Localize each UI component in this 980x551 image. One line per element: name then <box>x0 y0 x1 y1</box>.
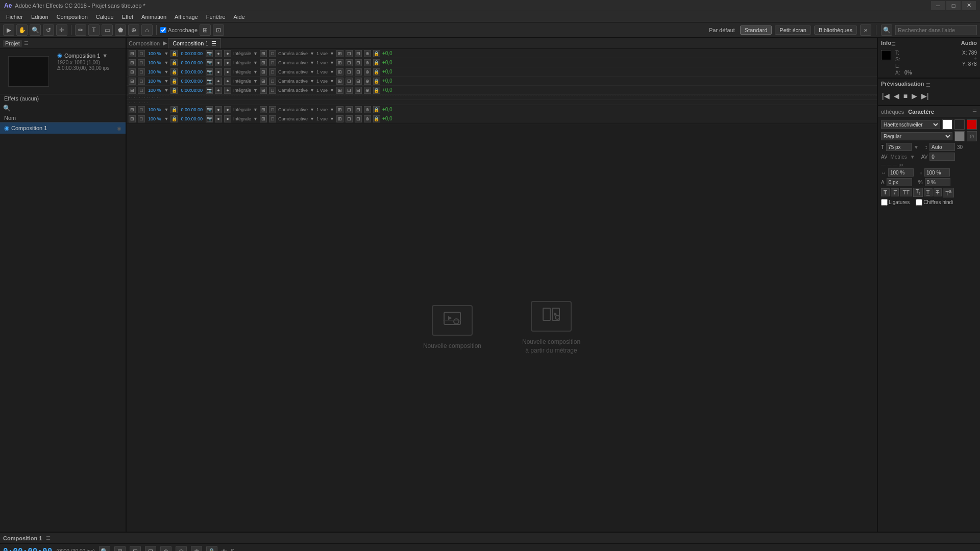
bold-btn[interactable]: T <box>881 188 890 196</box>
vr5-t5[interactable]: 🔒 <box>373 87 380 94</box>
project-item-comp1[interactable]: ◉ Composition 1 ◉ <box>0 122 126 134</box>
shape-tool[interactable]: ▭ <box>102 24 113 36</box>
kern-dropdown[interactable]: ▼ <box>910 154 915 160</box>
tl-ctrl-1[interactable]: ⊞ <box>114 546 126 552</box>
vr6-lock[interactable]: 🔒 <box>170 106 178 113</box>
tracking-input[interactable] <box>929 153 955 161</box>
vr3-t5[interactable]: 🔒 <box>373 68 380 76</box>
tl-ctrl-7[interactable]: 🔒 <box>206 546 217 552</box>
vr7-i1[interactable]: ⊞ <box>129 115 136 122</box>
workspace-more-btn[interactable]: » <box>860 24 871 36</box>
maximize-button[interactable]: □ <box>946 1 961 10</box>
preview-stop-btn[interactable]: ■ <box>902 91 909 101</box>
tl-ctrl-2[interactable]: ⊡ <box>130 546 141 552</box>
vr3-i2[interactable]: □ <box>138 68 145 76</box>
vr3-i1[interactable]: ⊞ <box>129 68 136 76</box>
vr5-lock[interactable]: 🔒 <box>170 87 178 94</box>
snap-icon-1[interactable]: ⊞ <box>200 24 211 36</box>
font-color-swatch-red[interactable] <box>967 119 977 130</box>
vr1-icon3[interactable]: ⊞ <box>260 50 267 57</box>
tl-ctrl-4[interactable]: ⊕ <box>160 546 172 552</box>
menu-fenetre[interactable]: Fenêtre <box>202 13 230 21</box>
vr4-t3[interactable]: ⊟ <box>355 78 362 85</box>
char-tab[interactable]: Caractère <box>908 109 934 115</box>
vr1-cam-icon[interactable]: 📷 <box>206 50 213 57</box>
vr4-t4[interactable]: ⊕ <box>364 78 371 85</box>
vr2-t3[interactable]: ⊟ <box>355 59 362 66</box>
vr1-t2[interactable]: ⊡ <box>346 50 353 57</box>
vr2-t5[interactable]: 🔒 <box>373 59 380 66</box>
vr5-t2[interactable]: ⊡ <box>346 87 353 94</box>
close-button[interactable]: ✕ <box>962 1 976 10</box>
comp-tab-1[interactable]: Composition 1 ☰ <box>168 38 221 48</box>
info-menu-icon[interactable]: ☰ <box>891 41 896 47</box>
brush-tool[interactable]: ⬟ <box>115 24 126 36</box>
comp-dropdown-icon[interactable]: ▼ <box>102 53 108 59</box>
vr6-r1[interactable]: ● <box>215 106 222 113</box>
indent-input[interactable] <box>925 178 950 186</box>
preview-play-btn[interactable]: ▶ <box>911 91 918 101</box>
vr3-i3[interactable]: ⊞ <box>260 68 267 76</box>
vr2-r1[interactable]: ● <box>215 59 222 66</box>
vr6-t1[interactable]: ⊞ <box>336 106 344 113</box>
vr2-cam[interactable]: 📷 <box>206 59 213 66</box>
snap-icon-2[interactable]: ⊡ <box>213 24 224 36</box>
vr7-t2[interactable]: ⊡ <box>346 115 353 122</box>
vr6-i2[interactable]: □ <box>138 106 145 113</box>
vr1-icon4[interactable]: □ <box>269 50 276 57</box>
vr2-lock[interactable]: 🔒 <box>170 59 178 66</box>
vr2-i2[interactable]: □ <box>138 59 145 66</box>
vr5-i1[interactable]: ⊞ <box>129 87 136 94</box>
vr1-t5[interactable]: 🔒 <box>373 50 380 57</box>
vr6-i1[interactable]: ⊞ <box>129 106 136 113</box>
vr5-i2[interactable]: □ <box>138 87 145 94</box>
vr4-r1[interactable]: ● <box>215 78 222 85</box>
vr2-t4[interactable]: ⊕ <box>364 59 371 66</box>
vr7-r2[interactable]: ● <box>224 115 231 122</box>
vr7-t1[interactable]: ⊞ <box>336 115 344 122</box>
char-stroke-none[interactable]: ∅ <box>967 131 977 141</box>
italic-btn[interactable]: T <box>891 188 899 196</box>
vr1-lock[interactable]: 🔒 <box>170 50 178 57</box>
vr7-i3[interactable]: ⊞ <box>260 115 267 122</box>
chiffres-checkbox[interactable] <box>916 199 922 206</box>
vr4-i3[interactable]: ⊞ <box>260 78 267 85</box>
search-help-icon[interactable]: 🔍 <box>881 24 892 36</box>
hscale-input[interactable] <box>888 168 914 177</box>
vr5-r1[interactable]: ● <box>215 87 222 94</box>
vr6-t3[interactable]: ⊟ <box>355 106 362 113</box>
vr6-t2[interactable]: ⊡ <box>346 106 353 113</box>
vr3-t2[interactable]: ⊡ <box>346 68 353 76</box>
vr4-t5[interactable]: 🔒 <box>373 78 380 85</box>
move-tool[interactable]: ✛ <box>56 24 67 36</box>
vr5-i4[interactable]: □ <box>269 87 276 94</box>
vr1-icon1[interactable]: ⊞ <box>129 50 136 57</box>
new-comp-footage-action[interactable]: ▶ Nouvelle composition à partir du métra… <box>522 301 580 355</box>
vr4-t1[interactable]: ⊞ <box>336 78 344 85</box>
petit-ecran-btn[interactable]: Petit écran <box>775 26 811 35</box>
vr7-i4[interactable]: □ <box>269 115 276 122</box>
vr3-lock[interactable]: 🔒 <box>170 68 178 76</box>
vr5-t3[interactable]: ⊟ <box>355 87 362 94</box>
font-style-select[interactable]: Regular <box>881 132 952 140</box>
preview-prev-btn[interactable]: ◀ <box>893 91 900 101</box>
vr5-cam[interactable]: 📷 <box>206 87 213 94</box>
hand-tool[interactable]: ✋ <box>16 24 28 36</box>
vr7-r1[interactable]: ● <box>215 115 222 122</box>
vr7-t5[interactable]: 🔒 <box>373 115 380 122</box>
vr1-color2[interactable]: ● <box>224 50 231 57</box>
rotate-tool[interactable]: ↺ <box>43 24 54 36</box>
project-tab[interactable]: Projet <box>3 40 22 47</box>
preview-menu-icon[interactable]: ☰ <box>926 82 930 88</box>
menu-fichier[interactable]: Fichier <box>2 13 27 21</box>
menu-calque[interactable]: Calque <box>92 13 118 21</box>
vr4-r2[interactable]: ● <box>224 78 231 85</box>
vr6-t4[interactable]: ⊕ <box>364 106 371 113</box>
underline-btn[interactable]: T <box>924 188 933 196</box>
size-dropdown-icon[interactable]: ▼ <box>914 144 919 150</box>
vr4-cam[interactable]: 📷 <box>206 78 213 85</box>
vr4-i1[interactable]: ⊞ <box>129 78 136 85</box>
timeline-search-btn[interactable]: 🔍 <box>99 546 110 552</box>
vr2-i3[interactable]: ⊞ <box>260 59 267 66</box>
snap-checkbox-label[interactable]: Accrochage <box>160 27 198 33</box>
